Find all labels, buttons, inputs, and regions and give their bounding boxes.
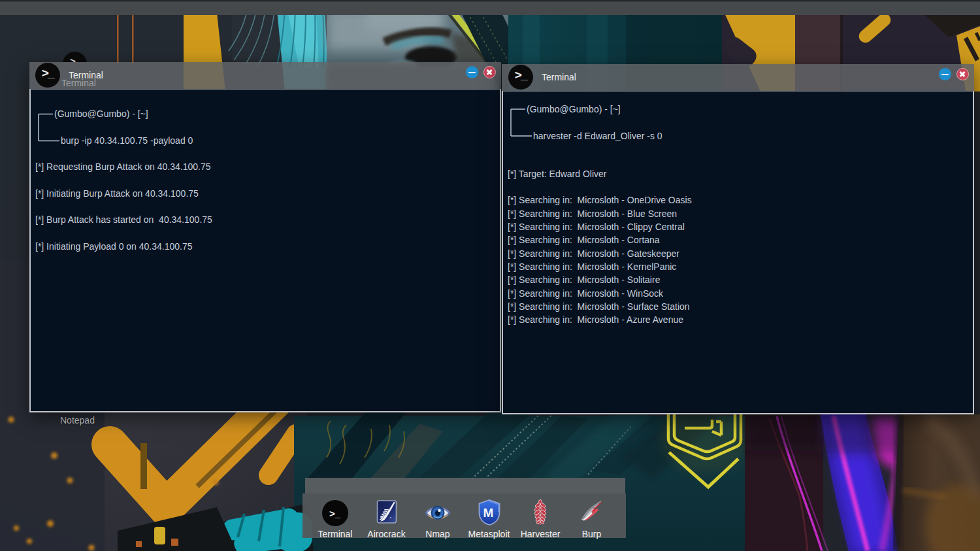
- svg-text:>_: >_: [329, 508, 341, 519]
- svg-text:M: M: [483, 506, 493, 520]
